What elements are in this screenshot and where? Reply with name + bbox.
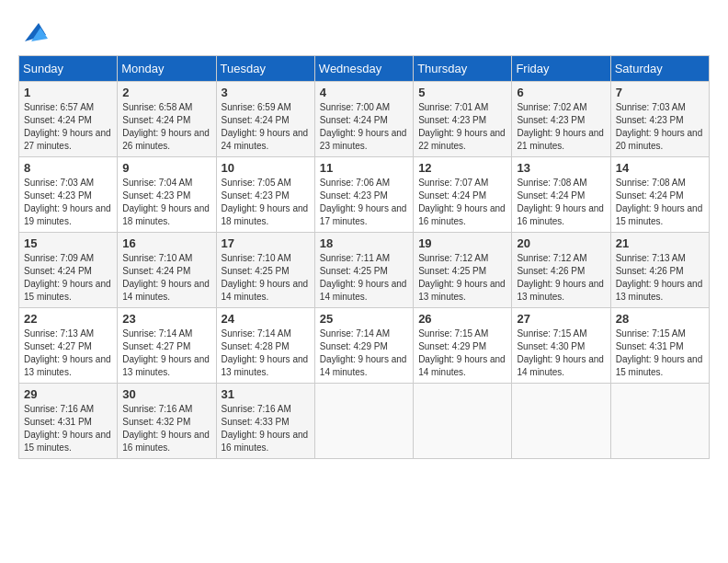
calendar-cell: 21Sunrise: 7:13 AMSunset: 4:26 PMDayligh…	[610, 233, 709, 308]
calendar-cell: 2Sunrise: 6:58 AMSunset: 4:24 PMDaylight…	[118, 82, 216, 157]
calendar-cell: 15Sunrise: 7:09 AMSunset: 4:24 PMDayligh…	[19, 233, 118, 308]
header-friday: Friday	[512, 56, 610, 82]
calendar-cell: 8Sunrise: 7:03 AMSunset: 4:23 PMDaylight…	[19, 157, 118, 233]
header	[18, 18, 710, 46]
day-number: 23	[122, 312, 210, 326]
day-number: 20	[517, 236, 605, 250]
day-info: Sunrise: 7:08 AMSunset: 4:24 PMDaylight:…	[517, 177, 605, 228]
day-number: 13	[517, 161, 605, 175]
day-info: Sunrise: 7:10 AMSunset: 4:25 PMDaylight:…	[222, 252, 310, 304]
day-number: 10	[222, 161, 310, 175]
day-info: Sunrise: 7:04 AMSunset: 4:23 PMDaylight:…	[122, 177, 210, 228]
calendar-cell: 3Sunrise: 6:59 AMSunset: 4:24 PMDaylight…	[216, 82, 314, 157]
day-number: 3	[222, 86, 310, 99]
day-number: 12	[418, 161, 506, 175]
calendar-cell: 11Sunrise: 7:06 AMSunset: 4:23 PMDayligh…	[314, 157, 413, 233]
day-info: Sunrise: 7:15 AMSunset: 4:29 PMDaylight:…	[418, 327, 506, 379]
day-info: Sunrise: 7:14 AMSunset: 4:27 PMDaylight:…	[122, 327, 210, 379]
day-info: Sunrise: 7:13 AMSunset: 4:27 PMDaylight:…	[24, 327, 112, 379]
calendar-cell: 16Sunrise: 7:10 AMSunset: 4:24 PMDayligh…	[118, 233, 216, 308]
day-info: Sunrise: 6:57 AMSunset: 4:24 PMDaylight:…	[24, 101, 112, 153]
header-monday: Monday	[118, 56, 216, 82]
calendar-cell: 24Sunrise: 7:14 AMSunset: 4:28 PMDayligh…	[216, 308, 314, 384]
day-info: Sunrise: 7:13 AMSunset: 4:26 PMDaylight:…	[616, 252, 704, 304]
calendar-cell: 23Sunrise: 7:14 AMSunset: 4:27 PMDayligh…	[118, 308, 216, 384]
day-info: Sunrise: 7:06 AMSunset: 4:23 PMDaylight:…	[320, 177, 408, 228]
day-number: 2	[122, 86, 210, 99]
header-wednesday: Wednesday	[314, 56, 413, 82]
week-row-4: 29Sunrise: 7:16 AMSunset: 4:31 PMDayligh…	[19, 384, 710, 459]
week-row-1: 8Sunrise: 7:03 AMSunset: 4:23 PMDaylight…	[19, 157, 710, 233]
calendar-cell: 25Sunrise: 7:14 AMSunset: 4:29 PMDayligh…	[314, 308, 413, 384]
day-number: 8	[24, 161, 112, 175]
calendar-cell: 6Sunrise: 7:02 AMSunset: 4:23 PMDaylight…	[512, 82, 610, 157]
calendar-cell	[414, 384, 512, 459]
day-info: Sunrise: 7:12 AMSunset: 4:25 PMDaylight:…	[418, 252, 506, 304]
calendar-cell: 13Sunrise: 7:08 AMSunset: 4:24 PMDayligh…	[512, 157, 610, 233]
header-sunday: Sunday	[19, 56, 118, 82]
day-number: 17	[222, 236, 310, 250]
day-info: Sunrise: 7:16 AMSunset: 4:31 PMDaylight:…	[24, 403, 112, 454]
calendar-cell: 1Sunrise: 6:57 AMSunset: 4:24 PMDaylight…	[19, 82, 118, 157]
calendar-cell: 10Sunrise: 7:05 AMSunset: 4:23 PMDayligh…	[216, 157, 314, 233]
day-info: Sunrise: 7:09 AMSunset: 4:24 PMDaylight:…	[24, 252, 112, 304]
day-info: Sunrise: 7:08 AMSunset: 4:24 PMDaylight:…	[616, 177, 704, 228]
header-row: SundayMondayTuesdayWednesdayThursdayFrid…	[19, 56, 710, 82]
week-row-3: 22Sunrise: 7:13 AMSunset: 4:27 PMDayligh…	[19, 308, 710, 384]
calendar-cell: 9Sunrise: 7:04 AMSunset: 4:23 PMDaylight…	[118, 157, 216, 233]
day-number: 14	[616, 161, 704, 175]
day-number: 9	[122, 161, 210, 175]
day-number: 25	[320, 312, 408, 326]
day-number: 31	[222, 387, 310, 401]
calendar-cell: 31Sunrise: 7:16 AMSunset: 4:33 PMDayligh…	[216, 384, 314, 459]
calendar-cell	[610, 384, 709, 459]
day-info: Sunrise: 7:05 AMSunset: 4:23 PMDaylight:…	[222, 177, 310, 228]
calendar-cell: 14Sunrise: 7:08 AMSunset: 4:24 PMDayligh…	[610, 157, 709, 233]
calendar-table: SundayMondayTuesdayWednesdayThursdayFrid…	[18, 55, 710, 459]
calendar-cell: 12Sunrise: 7:07 AMSunset: 4:24 PMDayligh…	[414, 157, 512, 233]
day-number: 18	[320, 236, 408, 250]
day-number: 21	[616, 236, 704, 250]
calendar-cell: 7Sunrise: 7:03 AMSunset: 4:23 PMDaylight…	[610, 82, 709, 157]
day-info: Sunrise: 7:03 AMSunset: 4:23 PMDaylight:…	[24, 177, 112, 228]
logo-icon	[20, 18, 48, 46]
day-number: 22	[24, 312, 112, 326]
day-number: 4	[320, 86, 408, 99]
calendar-cell: 19Sunrise: 7:12 AMSunset: 4:25 PMDayligh…	[414, 233, 512, 308]
day-info: Sunrise: 7:03 AMSunset: 4:23 PMDaylight:…	[616, 101, 704, 153]
day-number: 19	[418, 236, 506, 250]
day-info: Sunrise: 7:14 AMSunset: 4:28 PMDaylight:…	[222, 327, 310, 379]
day-info: Sunrise: 7:12 AMSunset: 4:26 PMDaylight:…	[517, 252, 605, 304]
header-thursday: Thursday	[414, 56, 512, 82]
day-number: 26	[418, 312, 506, 326]
day-info: Sunrise: 6:59 AMSunset: 4:24 PMDaylight:…	[222, 101, 310, 153]
header-tuesday: Tuesday	[216, 56, 314, 82]
day-number: 24	[222, 312, 310, 326]
calendar-cell: 29Sunrise: 7:16 AMSunset: 4:31 PMDayligh…	[19, 384, 118, 459]
day-number: 1	[24, 86, 112, 99]
day-number: 5	[418, 86, 506, 99]
calendar-cell	[512, 384, 610, 459]
day-number: 15	[24, 236, 112, 250]
day-info: Sunrise: 7:15 AMSunset: 4:30 PMDaylight:…	[517, 327, 605, 379]
day-info: Sunrise: 6:58 AMSunset: 4:24 PMDaylight:…	[122, 101, 210, 153]
calendar-cell: 26Sunrise: 7:15 AMSunset: 4:29 PMDayligh…	[414, 308, 512, 384]
calendar-cell	[314, 384, 413, 459]
calendar-cell: 18Sunrise: 7:11 AMSunset: 4:25 PMDayligh…	[314, 233, 413, 308]
day-number: 29	[24, 387, 112, 401]
day-info: Sunrise: 7:01 AMSunset: 4:23 PMDaylight:…	[418, 101, 506, 153]
calendar-cell: 30Sunrise: 7:16 AMSunset: 4:32 PMDayligh…	[118, 384, 216, 459]
day-number: 16	[122, 236, 210, 250]
day-info: Sunrise: 7:11 AMSunset: 4:25 PMDaylight:…	[320, 252, 408, 304]
calendar-cell: 28Sunrise: 7:15 AMSunset: 4:31 PMDayligh…	[610, 308, 709, 384]
day-number: 28	[616, 312, 704, 326]
day-info: Sunrise: 7:10 AMSunset: 4:24 PMDaylight:…	[122, 252, 210, 304]
header-saturday: Saturday	[610, 56, 709, 82]
day-number: 6	[517, 86, 605, 99]
logo	[18, 18, 48, 46]
day-number: 27	[517, 312, 605, 326]
calendar-cell: 27Sunrise: 7:15 AMSunset: 4:30 PMDayligh…	[512, 308, 610, 384]
day-info: Sunrise: 7:14 AMSunset: 4:29 PMDaylight:…	[320, 327, 408, 379]
calendar-cell: 22Sunrise: 7:13 AMSunset: 4:27 PMDayligh…	[19, 308, 118, 384]
day-number: 11	[320, 161, 408, 175]
